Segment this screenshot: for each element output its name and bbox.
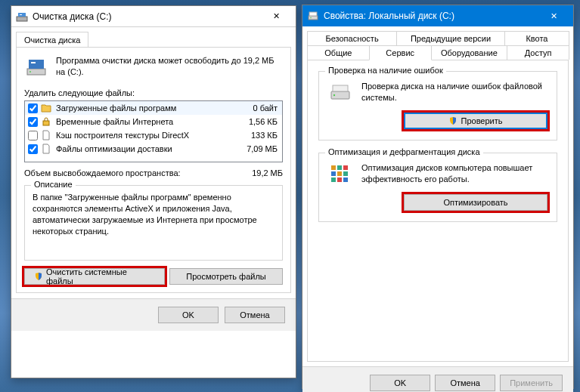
file-icon — [41, 130, 53, 140]
file-name: Загруженные файлы программ — [56, 103, 237, 113]
svg-rect-21 — [337, 177, 342, 182]
file-name: Файлы оптимизации доставки — [56, 144, 237, 153]
svg-rect-8 — [309, 16, 318, 20]
drive-properties-window: Свойства: Локальный диск (C:) ✕ Безопасн… — [302, 5, 574, 389]
lock-icon — [41, 116, 53, 127]
description-legend: Описание — [31, 180, 76, 189]
dialog-footer: OK Отмена Применить — [302, 366, 573, 392]
file-name: Кэш построителя текстуры DirectX — [56, 131, 237, 140]
svg-rect-22 — [343, 177, 348, 182]
svg-rect-9 — [309, 12, 317, 16]
tab-tools[interactable]: Сервис — [369, 45, 432, 60]
delete-files-label: Удалить следующие файлы: — [24, 88, 283, 97]
svg-rect-7 — [43, 121, 49, 125]
defrag-legend: Оптимизация и дефрагментация диска — [325, 147, 483, 156]
tab-hardware[interactable]: Оборудование — [431, 45, 508, 60]
shield-icon — [448, 116, 457, 125]
window-title: Очистка диска (C:) — [33, 11, 261, 22]
defrag-icon — [328, 162, 352, 187]
cancel-button[interactable]: Отмена — [435, 375, 495, 391]
file-size: 133 КБ — [237, 131, 281, 140]
dialog-footer: OK Отмена — [11, 298, 296, 331]
svg-rect-15 — [337, 165, 342, 170]
list-item[interactable]: Кэш построителя текстуры DirectX 133 КБ — [25, 128, 282, 142]
tab-header: Очистка диска — [11, 27, 296, 48]
button-label: Очистить системные файлы — [46, 267, 155, 286]
defrag-text: Оптимизация дисков компьютера повышает э… — [361, 162, 547, 185]
tab-security[interactable]: Безопасность — [307, 31, 397, 45]
svg-rect-12 — [333, 85, 348, 91]
window-title: Свойства: Локальный диск (C:) — [324, 11, 538, 21]
titlebar[interactable]: Свойства: Локальный диск (C:) ✕ — [302, 5, 573, 26]
svg-rect-5 — [31, 62, 36, 63]
ok-button[interactable]: OK — [158, 307, 219, 323]
drive-check-icon — [328, 81, 352, 105]
svg-rect-19 — [343, 171, 348, 176]
svg-rect-0 — [17, 17, 27, 21]
svg-rect-18 — [337, 171, 342, 176]
list-item[interactable]: Загруженные файлы программ 0 байт — [25, 101, 282, 115]
apply-button[interactable]: Применить — [500, 375, 563, 391]
close-icon[interactable]: ✕ — [538, 6, 569, 26]
svg-rect-20 — [331, 177, 336, 182]
file-name: Временные файлы Интернета — [56, 117, 237, 126]
svg-point-13 — [333, 94, 335, 96]
tab-general[interactable]: Общие — [307, 45, 370, 60]
button-label: Проверить — [461, 116, 502, 125]
check-button[interactable]: Проверить — [404, 113, 547, 129]
file-list[interactable]: Загруженные файлы программ 0 байт Времен… — [24, 100, 283, 162]
view-files-button[interactable]: Просмотреть файлы — [169, 268, 283, 285]
titlebar[interactable]: Очистка диска (C:) ✕ — [11, 6, 296, 27]
checkbox[interactable] — [28, 144, 38, 154]
file-icon — [41, 144, 53, 154]
summary-text: Программа очистки диска может освободить… — [56, 55, 283, 78]
description-group: Описание В папке "Загруженные файлы прог… — [24, 185, 283, 261]
drive-icon — [307, 10, 319, 22]
tabstrip: Безопасность Предыдущие версии Квота Общ… — [302, 26, 573, 60]
file-size: 0 байт — [237, 103, 281, 113]
ok-button[interactable]: OK — [370, 375, 430, 391]
folder-icon — [41, 103, 53, 113]
list-item[interactable]: Файлы оптимизации доставки 7,09 МБ — [25, 142, 282, 156]
clean-system-files-button[interactable]: Очистить системные файлы — [24, 268, 165, 285]
disk-cleanup-icon — [16, 11, 28, 23]
svg-rect-14 — [331, 165, 336, 170]
tab-previous-versions[interactable]: Предыдущие версии — [396, 31, 505, 45]
checkbox[interactable] — [28, 103, 38, 113]
tab-disk-cleanup[interactable]: Очистка диска — [16, 32, 88, 48]
svg-point-6 — [29, 71, 31, 73]
description-text: В папке "Загруженные файлы программ" вре… — [33, 192, 274, 252]
tab-body: Проверка на наличие ошибок Проверка диск… — [307, 60, 569, 362]
svg-rect-17 — [331, 171, 336, 176]
tab-quota[interactable]: Квота — [504, 31, 569, 45]
optimize-button[interactable]: Оптимизировать — [404, 194, 547, 211]
svg-rect-16 — [343, 165, 348, 170]
checkbox[interactable] — [28, 131, 38, 140]
drive-icon — [24, 55, 48, 81]
list-item[interactable]: Временные файлы Интернета 1,56 КБ — [25, 115, 282, 128]
defrag-group: Оптимизация и дефрагментация диска Оптим… — [318, 153, 557, 222]
total-label: Объем высвобождаемого пространства: — [24, 168, 181, 177]
error-checking-group: Проверка на наличие ошибок Проверка диск… — [318, 71, 557, 140]
total-value: 19,2 МБ — [252, 168, 283, 177]
disk-cleanup-window: Очистка диска (C:) ✕ Очистка диска Прогр… — [11, 5, 296, 378]
error-checking-legend: Проверка на наличие ошибок — [325, 66, 446, 75]
cancel-button[interactable]: Отмена — [225, 307, 285, 323]
error-checking-text: Проверка диска на наличие ошибок файлово… — [361, 81, 547, 103]
shield-icon — [34, 272, 43, 281]
tab-sharing[interactable]: Доступ — [507, 45, 569, 60]
checkbox[interactable] — [28, 117, 38, 127]
file-size: 7,09 МБ — [237, 144, 281, 153]
file-size: 1,56 КБ — [237, 117, 281, 126]
svg-rect-2 — [20, 14, 22, 15]
svg-rect-4 — [29, 60, 44, 69]
close-icon[interactable]: ✕ — [261, 7, 291, 26]
tab-body: Программа очистки диска может освободить… — [16, 47, 291, 293]
svg-point-10 — [310, 17, 312, 19]
